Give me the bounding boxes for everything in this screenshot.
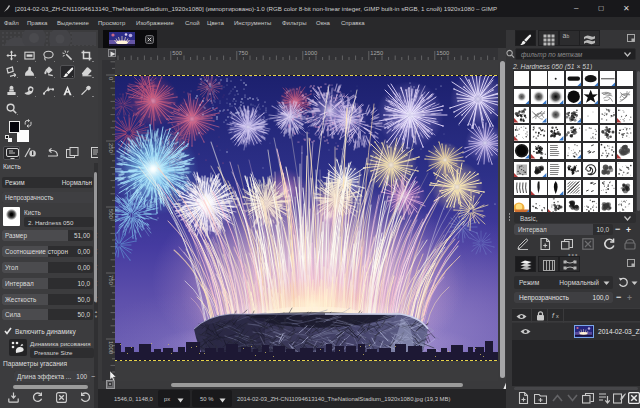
svg-text:250: 250 [108, 143, 114, 153]
svg-text:1250: 1250 [370, 50, 383, 56]
svg-text:0: 0 [108, 77, 114, 80]
svg-text:750: 750 [238, 50, 248, 56]
svg-text:1000: 1000 [108, 341, 114, 354]
svg-text:750: 750 [108, 275, 114, 285]
svg-text:1000: 1000 [304, 50, 317, 56]
svg-text:500: 500 [172, 50, 182, 56]
svg-text:500: 500 [108, 209, 114, 219]
svg-text:1500: 1500 [436, 50, 449, 56]
